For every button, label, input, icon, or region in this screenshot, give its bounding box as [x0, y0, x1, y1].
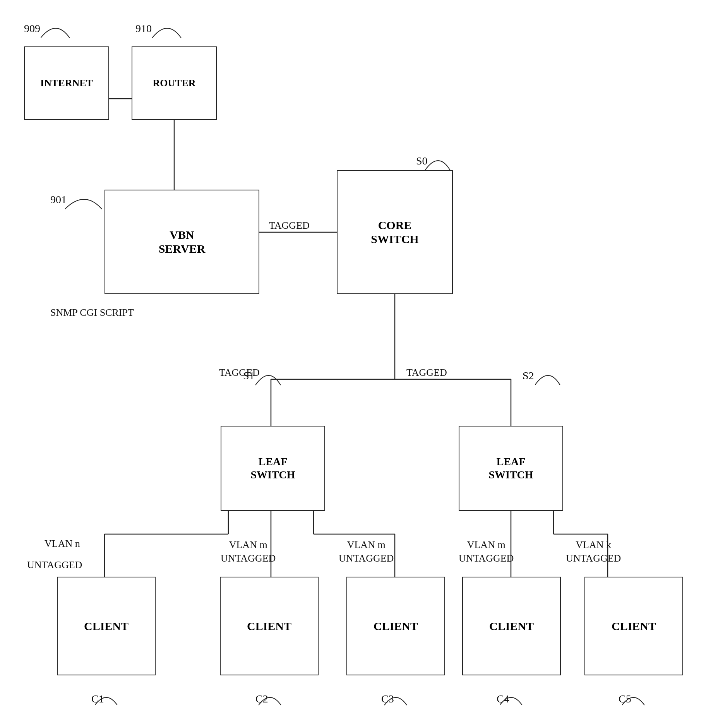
ref-901: 901: [50, 194, 67, 206]
vlan-n-label: VLAN n: [45, 538, 80, 550]
leaf-switch-s1-box: LEAF SWITCH: [221, 426, 325, 511]
router-box: ROUTER: [132, 46, 217, 120]
vlan-m2-label: VLAN mUNTAGGED: [339, 538, 394, 565]
ref-c2: C2: [255, 693, 268, 705]
ref-c1: C1: [91, 693, 104, 705]
ref-s0: S0: [416, 155, 428, 167]
untagged-label-1: UNTAGGED: [27, 559, 82, 571]
client-c1-box: CLIENT: [57, 577, 156, 675]
vlan-m3-label: VLAN mUNTAGGED: [459, 538, 514, 565]
network-diagram: 909 910 INTERNET ROUTER 901 VBN SERVER S…: [0, 0, 706, 728]
ref-curve-910: [152, 22, 183, 42]
leaf-switch-s2-box: LEAF SWITCH: [459, 426, 563, 511]
vlan-m1-label: VLAN mUNTAGGED: [221, 538, 276, 565]
ref-910: 910: [135, 22, 152, 35]
vbn-server-box: VBN SERVER: [105, 190, 259, 294]
core-switch-box: CORE SWITCH: [337, 170, 453, 294]
internet-box: INTERNET: [24, 46, 109, 120]
client-c2-box: CLIENT: [220, 577, 319, 675]
tagged-label-1: TAGGED: [269, 220, 310, 231]
client-c4-box: CLIENT: [462, 577, 561, 675]
vlan-k-label: VLAN kUNTAGGED: [566, 538, 621, 565]
snmp-label: SNMP CGI SCRIPT: [50, 306, 134, 319]
ref-c3: C3: [381, 693, 394, 705]
client-c5-box: CLIENT: [584, 577, 683, 675]
ref-c4: C4: [497, 693, 509, 705]
ref-curve-s2: [535, 370, 562, 389]
ref-c5: C5: [619, 693, 631, 705]
ref-s2: S2: [523, 370, 534, 382]
tagged-label-3: TAGGED: [406, 367, 447, 379]
ref-curve-909: [41, 22, 72, 42]
ref-curve-901: [65, 194, 104, 213]
tagged-label-2: TAGGED: [219, 367, 260, 379]
ref-909: 909: [24, 22, 40, 35]
client-c3-box: CLIENT: [346, 577, 445, 675]
